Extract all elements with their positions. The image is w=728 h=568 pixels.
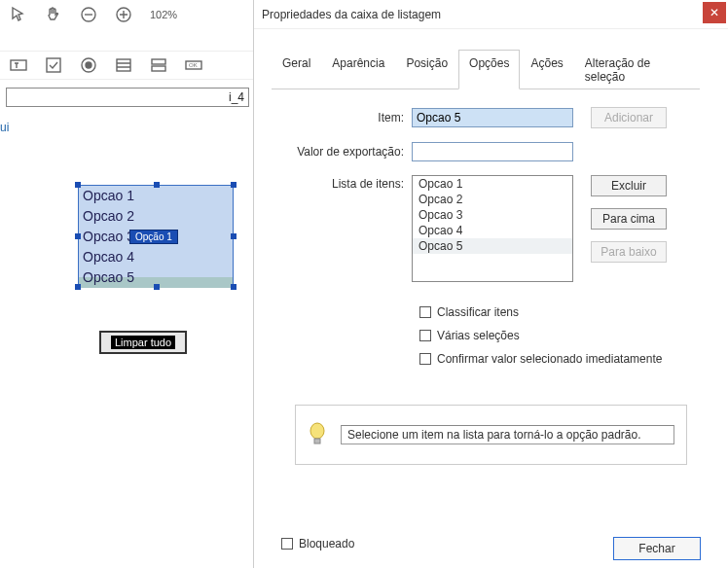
add-button[interactable]: Adicionar bbox=[591, 107, 667, 128]
dialog-footer: Bloqueado Fechar bbox=[254, 537, 728, 560]
options-panel: Item: Adicionar Valor de exportação: Lis… bbox=[254, 89, 728, 465]
svg-rect-7 bbox=[152, 59, 165, 64]
tab-options[interactable]: Opções bbox=[458, 50, 520, 89]
listbox-icon[interactable] bbox=[115, 56, 132, 74]
svg-rect-8 bbox=[152, 66, 165, 71]
resize-handle[interactable] bbox=[231, 233, 237, 239]
checkbox-icon bbox=[419, 330, 431, 341]
checkbox-icon bbox=[419, 306, 431, 318]
checkbox-icon[interactable] bbox=[45, 56, 62, 74]
svg-rect-3 bbox=[47, 58, 60, 72]
svg-point-11 bbox=[310, 423, 324, 439]
listbox-properties-dialog: Propriedades da caixa de listagem ✕ Gera… bbox=[253, 0, 728, 568]
locked-label: Bloqueado bbox=[299, 537, 354, 550]
locked-checkbox[interactable]: Bloqueado bbox=[281, 537, 354, 550]
commit-immediately-label: Confirmar valor selecionado imediatament… bbox=[437, 352, 662, 366]
checkbox-icon bbox=[419, 353, 431, 365]
sort-items-label: Classificar itens bbox=[437, 305, 519, 319]
zoom-level: 102% bbox=[150, 9, 177, 20]
combobox-icon[interactable] bbox=[150, 56, 167, 74]
delete-button[interactable]: Excluir bbox=[591, 175, 667, 196]
resize-handle[interactable] bbox=[75, 233, 81, 239]
export-value-input[interactable] bbox=[412, 142, 573, 161]
tab-position[interactable]: Posição bbox=[395, 50, 458, 89]
selection-tooltip: Opção 1 bbox=[129, 230, 178, 244]
list-label: Lista de itens: bbox=[275, 175, 412, 191]
clear-all-button[interactable]: Limpar tudo bbox=[99, 331, 187, 354]
commit-immediately-checkbox[interactable]: Confirmar valor selecionado imediatament… bbox=[419, 352, 707, 366]
main-toolbar: 102% bbox=[0, 0, 253, 29]
close-icon[interactable]: ✕ bbox=[703, 2, 726, 23]
resize-handle[interactable] bbox=[231, 284, 237, 290]
svg-rect-6 bbox=[117, 59, 130, 71]
tab-strip: Geral Aparência Posição Opções Ações Alt… bbox=[272, 49, 700, 89]
close-button[interactable]: Fechar bbox=[613, 537, 701, 560]
resize-handle[interactable] bbox=[75, 284, 81, 290]
multi-select-checkbox[interactable]: Várias seleções bbox=[419, 329, 707, 342]
text-field-icon[interactable] bbox=[10, 56, 27, 74]
list-item: Opcao 2 bbox=[79, 206, 233, 227]
move-down-button[interactable]: Para baixo bbox=[591, 241, 667, 263]
dialog-title: Propriedades da caixa de listagem bbox=[262, 8, 441, 21]
button-icon[interactable]: OK bbox=[185, 56, 202, 74]
dialog-titlebar[interactable]: Propriedades da caixa de listagem ✕ bbox=[254, 0, 728, 29]
field-name-text: i_4 bbox=[229, 90, 244, 104]
list-item: Opcao 4 bbox=[79, 247, 233, 267]
resize-handle[interactable] bbox=[154, 284, 160, 290]
list-item[interactable]: Opcao 1 bbox=[413, 176, 572, 192]
list-item[interactable]: Opcao 2 bbox=[413, 192, 572, 207]
tab-general[interactable]: Geral bbox=[272, 50, 321, 89]
svg-point-5 bbox=[86, 62, 91, 68]
list-item[interactable]: Opcao 4 bbox=[413, 223, 572, 238]
tab-actions[interactable]: Ações bbox=[520, 50, 573, 89]
svg-rect-2 bbox=[11, 60, 26, 70]
hint-panel: Selecione um item na lista para torná-lo… bbox=[295, 405, 687, 465]
pointer-icon[interactable] bbox=[10, 6, 27, 23]
checkbox-icon bbox=[281, 538, 293, 550]
tab-selection-change[interactable]: Alteração de seleção bbox=[574, 50, 700, 89]
forms-toolbar: OK bbox=[0, 51, 253, 80]
sort-items-checkbox[interactable]: Classificar itens bbox=[419, 305, 707, 319]
clear-all-label: Limpar tudo bbox=[111, 336, 175, 349]
item-label: Item: bbox=[275, 111, 412, 124]
move-up-button[interactable]: Para cima bbox=[591, 208, 667, 230]
options-checkboxes: Classificar itens Várias seleções Confir… bbox=[419, 305, 707, 366]
canvas-listbox[interactable]: Opcao 1 Opcao 2 Opcao 3 Opcao 4 Opcao 5 … bbox=[78, 185, 234, 287]
hint-text: Selecione um item na lista para torná-lo… bbox=[341, 425, 674, 444]
tab-appearance[interactable]: Aparência bbox=[321, 50, 395, 89]
lightbulb-icon bbox=[308, 422, 327, 447]
side-label: ui bbox=[0, 121, 9, 134]
export-label: Valor de exportação: bbox=[275, 145, 412, 159]
zoom-in-icon[interactable] bbox=[115, 6, 132, 23]
zoom-out-icon[interactable] bbox=[80, 6, 97, 23]
svg-text:OK: OK bbox=[189, 62, 198, 68]
multi-select-label: Várias seleções bbox=[437, 329, 520, 342]
resize-handle[interactable] bbox=[154, 182, 160, 188]
resize-handle[interactable] bbox=[231, 182, 237, 188]
radio-icon[interactable] bbox=[80, 56, 97, 74]
hand-icon[interactable] bbox=[45, 6, 62, 23]
list-item[interactable]: Opcao 3 bbox=[413, 207, 572, 223]
item-input[interactable] bbox=[412, 108, 573, 127]
list-item: Opcao 1 bbox=[79, 186, 233, 206]
field-name-bar[interactable]: i_4 bbox=[6, 88, 249, 107]
list-item[interactable]: Opcao 5 bbox=[413, 238, 572, 254]
svg-rect-12 bbox=[314, 439, 320, 444]
items-listbox[interactable]: Opcao 1 Opcao 2 Opcao 3 Opcao 4 Opcao 5 bbox=[412, 175, 573, 282]
resize-handle[interactable] bbox=[75, 182, 81, 188]
